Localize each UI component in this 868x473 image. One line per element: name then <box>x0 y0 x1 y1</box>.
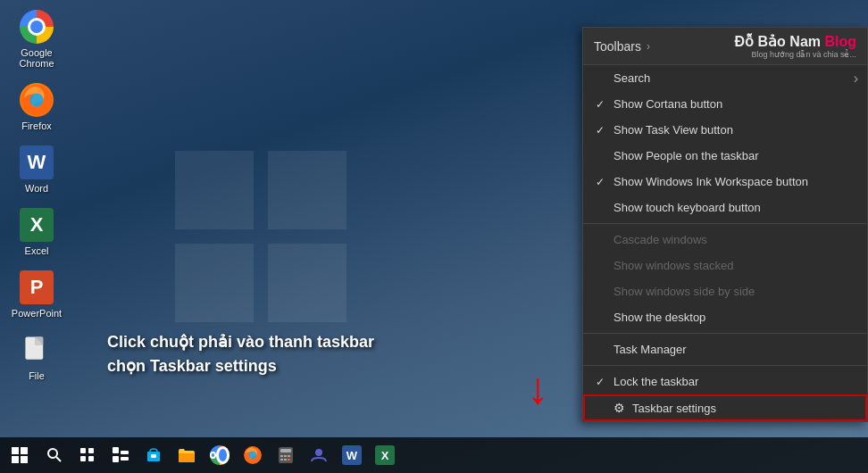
menu-toolbars-label: Toolbars <box>594 39 641 54</box>
svg-rect-29 <box>280 449 291 452</box>
icon-word[interactable]: W Word <box>4 140 69 198</box>
menu-label-show-ink: Show Windows Ink Workspace button <box>613 175 808 188</box>
taskbar-firefox[interactable] <box>238 440 268 470</box>
menu-header-right: Đỗ Bảo Nam Blog Blog hướng dẫn và chia s… <box>735 33 856 59</box>
word-label: Word <box>25 183 48 194</box>
context-menu: Toolbars › Đỗ Bảo Nam Blog Blog hướng dẫ… <box>582 27 868 422</box>
desktop-icons: Google Chrome Firefox W Word <box>4 4 69 386</box>
instruction-line1: Click chuột phải vào thanh taskbar <box>107 330 374 354</box>
svg-rect-22 <box>121 457 129 461</box>
svg-rect-33 <box>280 459 283 461</box>
menu-label-show-desktop: Show the desktop <box>613 311 705 324</box>
icon-firefox[interactable]: Firefox <box>4 78 69 136</box>
desktop: Google Chrome Firefox W Word <box>0 0 868 473</box>
svg-rect-19 <box>113 447 119 453</box>
menu-item-show-touch-keyboard[interactable]: Show touch keyboard button <box>583 195 867 220</box>
menu-label-stacked: Show windows stacked <box>613 259 733 272</box>
svg-rect-16 <box>88 448 94 453</box>
taskbar-search[interactable] <box>39 440 70 470</box>
svg-point-27 <box>249 452 257 460</box>
taskbar-file-explorer[interactable] <box>171 440 202 470</box>
taskbar-word[interactable]: W <box>337 440 367 470</box>
instruction-line2: chọn Taskbar settings <box>107 354 374 378</box>
icon-powerpoint[interactable]: P PowerPoint <box>4 265 69 323</box>
blog-name-do: Đỗ Bảo Nam Blog <box>735 34 856 49</box>
icon-excel[interactable]: X Excel <box>4 203 69 261</box>
menu-header: Toolbars › Đỗ Bảo Nam Blog Blog hướng dẫ… <box>583 28 867 65</box>
menu-item-show-taskview[interactable]: ✓Show Task View button <box>583 117 867 143</box>
taskbar-teams[interactable] <box>304 440 334 470</box>
svg-rect-24 <box>151 454 156 458</box>
taskbar-calculator[interactable] <box>271 440 301 470</box>
start-button[interactable] <box>4 440 35 470</box>
menu-label-show-taskview: Show Task View button <box>613 123 733 137</box>
svg-rect-2 <box>175 244 254 322</box>
menu-item-show-ink[interactable]: ✓Show Windows Ink Workspace button <box>583 169 867 195</box>
menu-item-show-cortana[interactable]: ✓Show Cortana button <box>583 91 867 117</box>
svg-rect-30 <box>280 455 283 457</box>
menu-label-side-by-side: Show windows side by side <box>613 285 755 298</box>
svg-rect-21 <box>121 451 129 454</box>
menu-item-side-by-side: Show windows side by side <box>583 278 867 304</box>
menu-separator <box>583 333 867 334</box>
menu-label-taskbar-settings: Taskbar settings <box>632 402 716 415</box>
svg-rect-1 <box>268 151 346 229</box>
excel-label: Excel <box>25 245 49 256</box>
chrome-label: Google Chrome <box>9 47 64 69</box>
menu-item-taskbar-settings[interactable]: ⚙Taskbar settings <box>583 394 867 421</box>
svg-rect-17 <box>80 456 86 461</box>
powerpoint-icon-img: P <box>20 270 54 304</box>
svg-rect-15 <box>80 448 86 453</box>
firefox-icon-img <box>20 83 54 117</box>
menu-item-show-people[interactable]: Show People on the taskbar <box>583 143 867 169</box>
gear-icon: ⚙ <box>613 401 625 415</box>
svg-rect-3 <box>268 244 346 322</box>
taskbar-store[interactable] <box>138 440 169 470</box>
checkmark-show-taskview: ✓ <box>596 124 610 137</box>
svg-point-36 <box>315 449 322 456</box>
instruction-text: Click chuột phải vào thanh taskbar chọn … <box>107 330 374 378</box>
word-icon-img: W <box>20 145 54 179</box>
menu-label-lock-taskbar: Lock the taskbar <box>613 375 698 388</box>
svg-rect-25 <box>179 453 195 462</box>
menu-separator <box>583 223 867 224</box>
menu-items-container: Search✓Show Cortana button✓Show Task Vie… <box>583 65 867 421</box>
taskbar: W X <box>0 437 868 473</box>
svg-line-14 <box>56 457 61 461</box>
icon-google-chrome[interactable]: Google Chrome <box>4 4 69 73</box>
taskbar-widgets[interactable] <box>105 440 136 470</box>
taskbar-chrome-icon <box>210 445 230 465</box>
checkmark-show-cortana: ✓ <box>596 98 610 111</box>
menu-separator <box>583 365 867 366</box>
blog-title: Đỗ Bảo Nam Blog <box>735 33 856 50</box>
taskbar-task-view[interactable] <box>72 440 103 470</box>
svg-point-13 <box>48 449 57 458</box>
svg-rect-18 <box>88 456 94 461</box>
menu-header-arrow: › <box>647 40 650 53</box>
menu-label-show-cortana: Show Cortana button <box>613 97 722 111</box>
menu-item-search[interactable]: Search <box>583 65 867 91</box>
menu-label-search: Search <box>613 71 650 85</box>
firefox-label: Firefox <box>21 120 52 131</box>
icon-file[interactable]: File <box>4 328 69 386</box>
taskbar-chrome[interactable] <box>204 440 235 470</box>
taskbar-excel-icon: X <box>375 445 395 465</box>
menu-item-lock-taskbar[interactable]: ✓Lock the taskbar <box>583 369 867 394</box>
windows-logo-bg <box>171 147 350 326</box>
taskbar-excel[interactable]: X <box>370 440 400 470</box>
svg-rect-11 <box>12 456 19 463</box>
checkmark-lock-taskbar: ✓ <box>596 376 610 388</box>
svg-point-5 <box>29 93 43 106</box>
red-arrow: ↓ <box>527 366 549 411</box>
chrome-icon <box>20 10 54 44</box>
svg-rect-31 <box>284 455 287 457</box>
menu-item-task-manager[interactable]: Task Manager <box>583 336 867 362</box>
menu-item-cascade: Cascade windows <box>583 227 867 253</box>
menu-item-show-desktop[interactable]: Show the desktop <box>583 304 867 330</box>
taskbar-word-icon: W <box>342 445 362 465</box>
svg-rect-32 <box>288 455 290 457</box>
checkmark-show-ink: ✓ <box>596 176 610 188</box>
file-label: File <box>29 370 45 381</box>
svg-rect-9 <box>12 447 19 454</box>
svg-rect-10 <box>21 447 28 454</box>
